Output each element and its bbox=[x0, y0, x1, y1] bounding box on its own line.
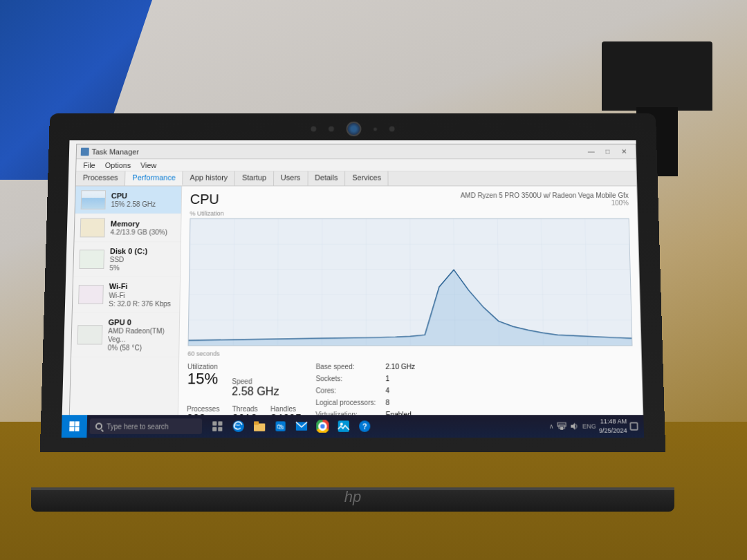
svg-rect-0 bbox=[189, 219, 632, 346]
wifi-sub2: S: 32.0 R: 376 Kbps bbox=[109, 300, 174, 308]
svg-rect-2 bbox=[212, 421, 216, 425]
sockets-val: 1 bbox=[385, 375, 415, 385]
gpu-info: GPU 0 AMD Radeon(TM) Veg... 0% (58 °C) bbox=[108, 317, 174, 353]
memory-info: Memory 4.2/13.9 GB (30%) bbox=[110, 218, 175, 236]
svg-point-14 bbox=[320, 424, 324, 429]
laptop: Task Manager — □ ✕ File Options View bbox=[45, 111, 702, 512]
task-manager-window: Task Manager — □ ✕ File Options View bbox=[68, 144, 644, 438]
base-speed-val: 2.10 GHz bbox=[385, 363, 415, 373]
camera-dot-2 bbox=[329, 127, 334, 132]
window-title: Task Manager bbox=[81, 147, 139, 156]
disk-sub2: 5% bbox=[109, 264, 174, 272]
sockets-key: Sockets: bbox=[315, 375, 376, 385]
menu-view[interactable]: View bbox=[136, 160, 161, 170]
disk-thumbnail bbox=[79, 250, 104, 269]
speaker-icon bbox=[570, 421, 580, 431]
disk-sub1: SSD bbox=[110, 256, 175, 264]
svg-text:?: ? bbox=[362, 422, 367, 430]
camera-dot-left bbox=[311, 127, 316, 132]
gpu-sub1: AMD Radeon(TM) Veg... bbox=[108, 327, 174, 344]
hp-logo: hp bbox=[344, 488, 361, 506]
logical-key: Logical processors: bbox=[315, 399, 376, 409]
laptop-bezel: Task Manager — □ ✕ File Options View bbox=[40, 113, 665, 451]
help-button[interactable]: ? bbox=[355, 415, 374, 438]
svg-rect-23 bbox=[630, 422, 637, 429]
utilization-value: 15% bbox=[187, 371, 219, 388]
search-placeholder-text: Type here to search bbox=[107, 422, 169, 430]
laptop-screen: Task Manager — □ ✕ File Options View bbox=[62, 140, 644, 438]
tab-performance[interactable]: Performance bbox=[125, 171, 183, 186]
speed-value: 2.58 GHz bbox=[232, 385, 279, 398]
cpu-utilization-graph bbox=[188, 218, 633, 346]
cpu-model-text: AMD Ryzen 5 PRO 3500U w/ Radeon Vega Mob… bbox=[461, 192, 629, 199]
tab-app-history[interactable]: App history bbox=[183, 171, 236, 186]
camera-dot-3 bbox=[374, 127, 377, 131]
content-title: CPU bbox=[190, 192, 219, 207]
minimize-button[interactable]: — bbox=[584, 145, 599, 158]
taskmanager-body: CPU 15% 2.58 GHz Memory 4.2/13.9 GB (30%… bbox=[69, 186, 643, 424]
wifi-thumbnail bbox=[78, 285, 104, 304]
edge-button[interactable] bbox=[228, 415, 248, 438]
cpu-percent-label: 100% bbox=[461, 199, 629, 207]
cpu-label: CPU bbox=[111, 191, 176, 200]
utilization-group: Utilization 15% Speed 2.58 GHz bbox=[187, 363, 302, 398]
y-axis-label: % Utilization bbox=[190, 210, 629, 217]
sidebar-item-wifi[interactable]: Wi-Fi Wi-Fi S: 32.0 R: 376 Kbps bbox=[73, 277, 180, 312]
camera-bar bbox=[311, 122, 394, 136]
sidebar-item-gpu[interactable]: GPU 0 AMD Radeon(TM) Veg... 0% (58 °C) bbox=[71, 313, 179, 357]
memory-label: Memory bbox=[111, 218, 176, 228]
gpu-sub2: 0% (58 °C) bbox=[108, 344, 174, 352]
sidebar-item-cpu[interactable]: CPU 15% 2.58 GHz bbox=[75, 186, 182, 214]
chrome-button[interactable] bbox=[313, 415, 332, 438]
maximize-button[interactable]: □ bbox=[600, 145, 615, 158]
menu-bar: File Options View bbox=[76, 159, 636, 171]
photos-button[interactable] bbox=[334, 415, 353, 438]
content-header: CPU AMD Ryzen 5 PRO 3500U w/ Radeon Vega… bbox=[190, 192, 629, 207]
taskview-button[interactable] bbox=[208, 415, 228, 438]
menu-options[interactable]: Options bbox=[101, 160, 136, 170]
photos-icon bbox=[338, 420, 350, 432]
memory-thumbnail bbox=[80, 218, 106, 238]
svg-rect-8 bbox=[254, 421, 259, 424]
memory-sub: 4.2/13.9 GB (30%) bbox=[110, 229, 175, 237]
store-button[interactable]: 🛍 bbox=[270, 415, 290, 438]
disk-info: Disk 0 (C:) SSD 5% bbox=[109, 246, 175, 272]
tab-details[interactable]: Details bbox=[308, 171, 345, 186]
tab-users[interactable]: Users bbox=[274, 171, 308, 186]
svg-text:🛍: 🛍 bbox=[277, 422, 284, 430]
mail-icon bbox=[295, 421, 308, 431]
menu-file[interactable]: File bbox=[79, 160, 100, 170]
svg-rect-4 bbox=[212, 427, 216, 431]
close-button[interactable]: ✕ bbox=[616, 145, 631, 158]
window-title-text: Task Manager bbox=[92, 147, 140, 156]
cpu-detail-panel: CPU AMD Ryzen 5 PRO 3500U w/ Radeon Vega… bbox=[178, 186, 643, 424]
store-icon: 🛍 bbox=[275, 420, 286, 431]
system-time-date: 11:48 AM 9/25/2024 bbox=[599, 418, 627, 436]
system-tray: ∧ ENG 11:48 AM 9/25/ bbox=[544, 418, 644, 436]
speed-label: Speed bbox=[232, 377, 279, 385]
taskbar-search-box[interactable]: Type here to search bbox=[90, 418, 203, 434]
cpu-model-block: AMD Ryzen 5 PRO 3500U w/ Radeon Vega Mob… bbox=[461, 192, 629, 207]
gpu-thumbnail bbox=[77, 325, 103, 344]
sidebar-item-memory[interactable]: Memory 4.2/13.9 GB (30%) bbox=[74, 214, 181, 243]
network-icon bbox=[557, 421, 566, 431]
clock-time: 11:48 AM bbox=[599, 418, 627, 427]
edge-icon bbox=[232, 420, 245, 432]
wifi-info: Wi-Fi Wi-Fi S: 32.0 R: 376 Kbps bbox=[109, 281, 174, 308]
tab-bar: Processes Performance App history Startu… bbox=[76, 171, 637, 187]
mail-button[interactable] bbox=[292, 415, 312, 438]
cpu-sub: 15% 2.58 GHz bbox=[111, 200, 176, 209]
notification-icon[interactable] bbox=[629, 422, 638, 430]
threads-label: Threads bbox=[232, 404, 258, 412]
tab-processes[interactable]: Processes bbox=[76, 171, 126, 186]
tab-startup[interactable]: Startup bbox=[235, 171, 274, 186]
handles-label: Handles bbox=[270, 404, 302, 412]
tab-services[interactable]: Services bbox=[345, 171, 389, 186]
gpu-label: GPU 0 bbox=[108, 317, 174, 327]
file-explorer-button[interactable] bbox=[250, 415, 270, 438]
start-button[interactable] bbox=[62, 415, 87, 438]
cores-val: 4 bbox=[386, 386, 416, 397]
svg-rect-3 bbox=[218, 421, 222, 425]
sidebar-item-disk[interactable]: Disk 0 (C:) SSD 5% bbox=[73, 242, 181, 277]
tray-arrow[interactable]: ∧ bbox=[549, 422, 554, 429]
